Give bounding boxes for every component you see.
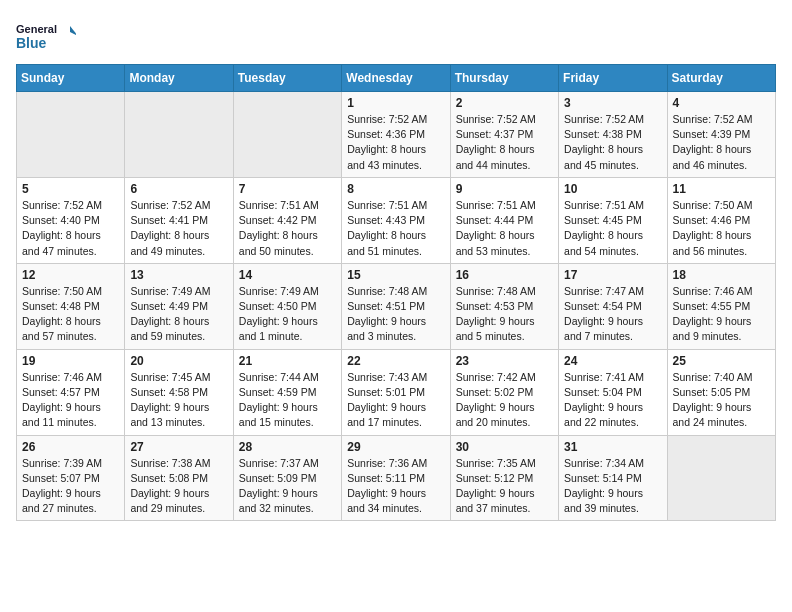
day-info: Sunrise: 7:34 AMSunset: 5:14 PMDaylight:… — [564, 456, 661, 517]
day-number: 18 — [673, 268, 770, 282]
day-number: 3 — [564, 96, 661, 110]
calendar-cell: 19Sunrise: 7:46 AMSunset: 4:57 PMDayligh… — [17, 349, 125, 435]
day-number: 25 — [673, 354, 770, 368]
calendar-cell: 8Sunrise: 7:51 AMSunset: 4:43 PMDaylight… — [342, 177, 450, 263]
day-info: Sunrise: 7:44 AMSunset: 4:59 PMDaylight:… — [239, 370, 336, 431]
day-info: Sunrise: 7:42 AMSunset: 5:02 PMDaylight:… — [456, 370, 553, 431]
day-info: Sunrise: 7:49 AMSunset: 4:50 PMDaylight:… — [239, 284, 336, 345]
day-info: Sunrise: 7:45 AMSunset: 4:58 PMDaylight:… — [130, 370, 227, 431]
calendar-cell — [233, 92, 341, 178]
col-header-sunday: Sunday — [17, 65, 125, 92]
day-number: 12 — [22, 268, 119, 282]
day-info: Sunrise: 7:47 AMSunset: 4:54 PMDaylight:… — [564, 284, 661, 345]
day-info: Sunrise: 7:46 AMSunset: 4:55 PMDaylight:… — [673, 284, 770, 345]
page-header: General Blue — [16, 16, 776, 56]
day-info: Sunrise: 7:51 AMSunset: 4:45 PMDaylight:… — [564, 198, 661, 259]
calendar-cell: 4Sunrise: 7:52 AMSunset: 4:39 PMDaylight… — [667, 92, 775, 178]
calendar-cell: 7Sunrise: 7:51 AMSunset: 4:42 PMDaylight… — [233, 177, 341, 263]
calendar-cell: 13Sunrise: 7:49 AMSunset: 4:49 PMDayligh… — [125, 263, 233, 349]
calendar-cell: 1Sunrise: 7:52 AMSunset: 4:36 PMDaylight… — [342, 92, 450, 178]
logo-svg: General Blue — [16, 16, 76, 56]
day-number: 23 — [456, 354, 553, 368]
day-number: 27 — [130, 440, 227, 454]
day-number: 8 — [347, 182, 444, 196]
calendar-cell: 31Sunrise: 7:34 AMSunset: 5:14 PMDayligh… — [559, 435, 667, 521]
day-info: Sunrise: 7:37 AMSunset: 5:09 PMDaylight:… — [239, 456, 336, 517]
calendar-cell: 25Sunrise: 7:40 AMSunset: 5:05 PMDayligh… — [667, 349, 775, 435]
calendar-cell: 16Sunrise: 7:48 AMSunset: 4:53 PMDayligh… — [450, 263, 558, 349]
day-number: 6 — [130, 182, 227, 196]
day-info: Sunrise: 7:52 AMSunset: 4:36 PMDaylight:… — [347, 112, 444, 173]
day-number: 10 — [564, 182, 661, 196]
week-row-3: 12Sunrise: 7:50 AMSunset: 4:48 PMDayligh… — [17, 263, 776, 349]
day-number: 19 — [22, 354, 119, 368]
day-number: 4 — [673, 96, 770, 110]
day-info: Sunrise: 7:39 AMSunset: 5:07 PMDaylight:… — [22, 456, 119, 517]
calendar-table: SundayMondayTuesdayWednesdayThursdayFrid… — [16, 64, 776, 521]
day-number: 11 — [673, 182, 770, 196]
col-header-thursday: Thursday — [450, 65, 558, 92]
calendar-cell: 23Sunrise: 7:42 AMSunset: 5:02 PMDayligh… — [450, 349, 558, 435]
calendar-cell — [125, 92, 233, 178]
svg-text:Blue: Blue — [16, 35, 47, 51]
calendar-cell: 21Sunrise: 7:44 AMSunset: 4:59 PMDayligh… — [233, 349, 341, 435]
day-number: 2 — [456, 96, 553, 110]
calendar-cell: 22Sunrise: 7:43 AMSunset: 5:01 PMDayligh… — [342, 349, 450, 435]
day-number: 5 — [22, 182, 119, 196]
calendar-cell: 14Sunrise: 7:49 AMSunset: 4:50 PMDayligh… — [233, 263, 341, 349]
day-info: Sunrise: 7:38 AMSunset: 5:08 PMDaylight:… — [130, 456, 227, 517]
calendar-cell: 2Sunrise: 7:52 AMSunset: 4:37 PMDaylight… — [450, 92, 558, 178]
calendar-cell — [17, 92, 125, 178]
day-info: Sunrise: 7:49 AMSunset: 4:49 PMDaylight:… — [130, 284, 227, 345]
calendar-cell: 29Sunrise: 7:36 AMSunset: 5:11 PMDayligh… — [342, 435, 450, 521]
col-header-monday: Monday — [125, 65, 233, 92]
day-info: Sunrise: 7:51 AMSunset: 4:44 PMDaylight:… — [456, 198, 553, 259]
calendar-cell: 18Sunrise: 7:46 AMSunset: 4:55 PMDayligh… — [667, 263, 775, 349]
day-number: 21 — [239, 354, 336, 368]
day-info: Sunrise: 7:52 AMSunset: 4:38 PMDaylight:… — [564, 112, 661, 173]
col-header-tuesday: Tuesday — [233, 65, 341, 92]
day-info: Sunrise: 7:50 AMSunset: 4:46 PMDaylight:… — [673, 198, 770, 259]
day-number: 22 — [347, 354, 444, 368]
calendar-cell — [667, 435, 775, 521]
calendar-cell: 6Sunrise: 7:52 AMSunset: 4:41 PMDaylight… — [125, 177, 233, 263]
day-number: 1 — [347, 96, 444, 110]
calendar-header-row: SundayMondayTuesdayWednesdayThursdayFrid… — [17, 65, 776, 92]
calendar-cell: 20Sunrise: 7:45 AMSunset: 4:58 PMDayligh… — [125, 349, 233, 435]
day-info: Sunrise: 7:52 AMSunset: 4:37 PMDaylight:… — [456, 112, 553, 173]
week-row-2: 5Sunrise: 7:52 AMSunset: 4:40 PMDaylight… — [17, 177, 776, 263]
week-row-5: 26Sunrise: 7:39 AMSunset: 5:07 PMDayligh… — [17, 435, 776, 521]
calendar-cell: 26Sunrise: 7:39 AMSunset: 5:07 PMDayligh… — [17, 435, 125, 521]
svg-text:General: General — [16, 23, 57, 35]
day-number: 20 — [130, 354, 227, 368]
day-number: 28 — [239, 440, 336, 454]
calendar-cell: 5Sunrise: 7:52 AMSunset: 4:40 PMDaylight… — [17, 177, 125, 263]
day-info: Sunrise: 7:40 AMSunset: 5:05 PMDaylight:… — [673, 370, 770, 431]
day-info: Sunrise: 7:35 AMSunset: 5:12 PMDaylight:… — [456, 456, 553, 517]
calendar-cell: 27Sunrise: 7:38 AMSunset: 5:08 PMDayligh… — [125, 435, 233, 521]
calendar-cell: 9Sunrise: 7:51 AMSunset: 4:44 PMDaylight… — [450, 177, 558, 263]
calendar-cell: 15Sunrise: 7:48 AMSunset: 4:51 PMDayligh… — [342, 263, 450, 349]
calendar-cell: 24Sunrise: 7:41 AMSunset: 5:04 PMDayligh… — [559, 349, 667, 435]
day-info: Sunrise: 7:48 AMSunset: 4:51 PMDaylight:… — [347, 284, 444, 345]
day-info: Sunrise: 7:36 AMSunset: 5:11 PMDaylight:… — [347, 456, 444, 517]
day-info: Sunrise: 7:52 AMSunset: 4:39 PMDaylight:… — [673, 112, 770, 173]
day-info: Sunrise: 7:51 AMSunset: 4:42 PMDaylight:… — [239, 198, 336, 259]
svg-marker-2 — [70, 26, 76, 36]
calendar-body: 1Sunrise: 7:52 AMSunset: 4:36 PMDaylight… — [17, 92, 776, 521]
week-row-4: 19Sunrise: 7:46 AMSunset: 4:57 PMDayligh… — [17, 349, 776, 435]
day-info: Sunrise: 7:51 AMSunset: 4:43 PMDaylight:… — [347, 198, 444, 259]
col-header-friday: Friday — [559, 65, 667, 92]
calendar-cell: 11Sunrise: 7:50 AMSunset: 4:46 PMDayligh… — [667, 177, 775, 263]
day-number: 13 — [130, 268, 227, 282]
day-info: Sunrise: 7:52 AMSunset: 4:41 PMDaylight:… — [130, 198, 227, 259]
day-number: 7 — [239, 182, 336, 196]
calendar-cell: 12Sunrise: 7:50 AMSunset: 4:48 PMDayligh… — [17, 263, 125, 349]
day-number: 9 — [456, 182, 553, 196]
week-row-1: 1Sunrise: 7:52 AMSunset: 4:36 PMDaylight… — [17, 92, 776, 178]
day-number: 16 — [456, 268, 553, 282]
day-number: 29 — [347, 440, 444, 454]
logo: General Blue — [16, 16, 76, 56]
day-info: Sunrise: 7:48 AMSunset: 4:53 PMDaylight:… — [456, 284, 553, 345]
day-info: Sunrise: 7:43 AMSunset: 5:01 PMDaylight:… — [347, 370, 444, 431]
